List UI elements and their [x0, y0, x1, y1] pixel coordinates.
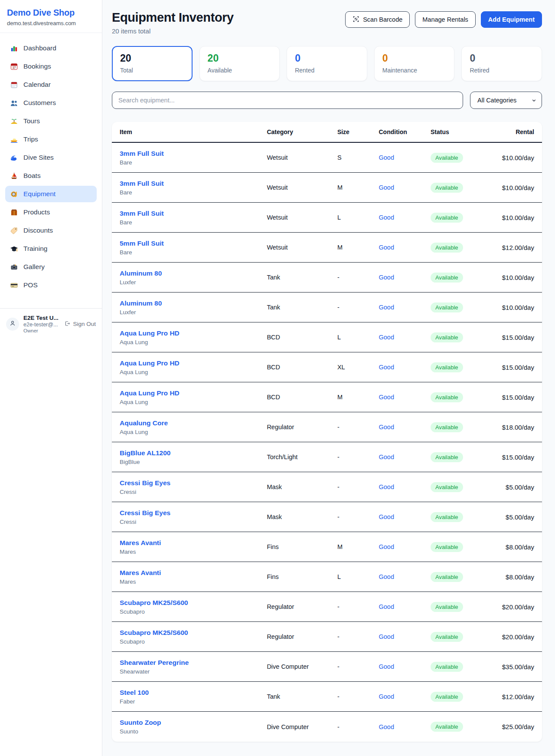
condition-link[interactable]: Good: [379, 364, 394, 371]
condition-link[interactable]: Good: [379, 513, 394, 520]
condition-link[interactable]: Good: [379, 334, 394, 341]
sidebar-item-training[interactable]: Training: [5, 240, 97, 257]
sidebar-item-customers[interactable]: Customers: [5, 95, 97, 111]
table-row: 3mm Full Suit Bare Wetsuit S Good Availa…: [112, 143, 542, 173]
table-row: Aqua Lung Pro HD Aqua Lung BCD L Good Av…: [112, 322, 542, 352]
item-name-link[interactable]: Aqualung Core: [120, 419, 267, 427]
item-name-link[interactable]: Aqua Lung Pro HD: [120, 359, 267, 367]
sidebar-item-gallery[interactable]: Gallery: [5, 259, 97, 275]
condition-link[interactable]: Good: [379, 184, 394, 191]
rental-price: $15.00/day: [489, 454, 534, 461]
sidebar-item-products[interactable]: Products: [5, 204, 97, 220]
header-actions: Scan Barcode Manage Rentals Add Equipmen…: [345, 11, 542, 28]
item-name-link[interactable]: Cressi Big Eyes: [120, 509, 267, 517]
item-name-link[interactable]: Mares Avanti: [120, 539, 267, 547]
sidebar-item-calendar[interactable]: Calendar: [5, 76, 97, 93]
size-cell: -: [337, 603, 379, 610]
status-badge: Available: [431, 302, 463, 312]
sidebar-item-label: Products: [23, 208, 50, 216]
stat-card-retired[interactable]: 0Retired: [461, 46, 542, 81]
item-name-link[interactable]: Scubapro MK25/S600: [120, 629, 267, 637]
category-cell: Regulator: [267, 633, 337, 640]
condition-link[interactable]: Good: [379, 663, 394, 670]
stat-card-available[interactable]: 20Available: [199, 46, 280, 81]
sidebar-user-section: E2E Test U... e2e-tester@... Owner Sign …: [0, 308, 102, 339]
condition-link[interactable]: Good: [379, 454, 394, 460]
status-badge: Available: [431, 482, 463, 492]
item-name-link[interactable]: Cressi Big Eyes: [120, 479, 267, 487]
sidebar-item-label: Trips: [23, 135, 38, 143]
condition-link[interactable]: Good: [379, 573, 394, 580]
item-name-link[interactable]: Aluminum 80: [120, 299, 267, 307]
category-select-wrap: All Categories: [470, 92, 542, 109]
item-name-link[interactable]: 5mm Full Suit: [120, 240, 267, 247]
condition-link[interactable]: Good: [379, 543, 394, 550]
item-name-link[interactable]: 3mm Full Suit: [120, 150, 267, 158]
filters-bar: All Categories: [112, 92, 542, 109]
sidebar-item-trips[interactable]: Trips: [5, 131, 97, 148]
condition-link[interactable]: Good: [379, 693, 394, 700]
sidebar-item-dashboard[interactable]: Dashboard: [5, 40, 97, 56]
condition-link[interactable]: Good: [379, 274, 394, 281]
category-select[interactable]: All Categories: [470, 92, 542, 109]
condition-link[interactable]: Good: [379, 633, 394, 640]
add-equipment-button[interactable]: Add Equipment: [481, 11, 542, 28]
table-row: Scubapro MK25/S600 Scubapro Regulator - …: [112, 622, 542, 652]
item-name-link[interactable]: Steel 100: [120, 689, 267, 697]
brand-name[interactable]: Demo Dive Shop: [7, 8, 95, 18]
sidebar-item-equipment[interactable]: Equipment: [5, 186, 97, 202]
condition-link[interactable]: Good: [379, 244, 394, 251]
condition-link[interactable]: Good: [379, 214, 394, 221]
condition-link[interactable]: Good: [379, 154, 394, 161]
sidebar-item-discounts[interactable]: Discounts: [5, 222, 97, 239]
item-name-link[interactable]: Aqua Lung Pro HD: [120, 389, 267, 397]
stat-card-rented[interactable]: 0Rented: [287, 46, 367, 81]
item-brand: Scubapro: [120, 608, 267, 615]
item-brand: Mares: [120, 549, 267, 555]
item-name-link[interactable]: 3mm Full Suit: [120, 180, 267, 187]
sidebar-item-pos[interactable]: POS: [5, 277, 97, 293]
item-brand: Bare: [120, 189, 267, 196]
rental-price: $5.00/day: [489, 483, 534, 491]
condition-link[interactable]: Good: [379, 304, 394, 311]
condition-link[interactable]: Good: [379, 394, 394, 401]
brand: Demo Dive Shop demo.test.divestreams.com: [0, 0, 102, 33]
stat-card-total[interactable]: 20Total: [112, 46, 193, 81]
search-input[interactable]: [112, 92, 463, 109]
category-cell: Tank: [267, 304, 337, 311]
sidebar-item-bookings[interactable]: 17Bookings: [5, 58, 97, 75]
condition-link[interactable]: Good: [379, 483, 394, 490]
item-cell: Aluminum 80 Luxfer: [120, 270, 267, 286]
user-name: E2E Test U...: [23, 315, 60, 321]
item-name-link[interactable]: Scubapro MK25/S600: [120, 599, 267, 607]
item-cell: Scubapro MK25/S600 Scubapro: [120, 599, 267, 615]
category-cell: Wetsuit: [267, 184, 337, 191]
scan-barcode-button[interactable]: Scan Barcode: [345, 11, 410, 28]
category-cell: BCD: [267, 394, 337, 401]
condition-link[interactable]: Good: [379, 424, 394, 431]
sidebar-item-tours[interactable]: Tours: [5, 113, 97, 129]
size-cell: M: [337, 543, 379, 550]
item-name-link[interactable]: Aluminum 80: [120, 270, 267, 277]
table-row: Shearwater Peregrine Shearwater Dive Com…: [112, 652, 542, 682]
scan-barcode-label: Scan Barcode: [363, 16, 402, 23]
item-name-link[interactable]: BigBlue AL1200: [120, 449, 267, 457]
item-name-link[interactable]: Mares Avanti: [120, 569, 267, 577]
item-name-link[interactable]: Suunto Zoop: [120, 719, 267, 726]
sidebar-item-boats[interactable]: Boats: [5, 168, 97, 184]
item-brand: Aqua Lung: [120, 429, 267, 435]
sign-out-button[interactable]: Sign Out: [64, 320, 96, 328]
sidebar-item-dive-sites[interactable]: Dive Sites: [5, 149, 97, 166]
package-icon: [10, 208, 18, 217]
table-row: Mares Avanti Mares Fins L Good Available…: [112, 562, 542, 592]
stat-card-maintenance[interactable]: 0Maintenance: [374, 46, 455, 81]
condition-link[interactable]: Good: [379, 723, 394, 730]
item-name-link[interactable]: Aqua Lung Pro HD: [120, 329, 267, 337]
table-row: Aqualung Core Aqua Lung Regulator - Good…: [112, 412, 542, 442]
condition-link[interactable]: Good: [379, 603, 394, 610]
manage-rentals-button[interactable]: Manage Rentals: [415, 11, 476, 28]
column-header-rental: Rental: [489, 122, 534, 142]
item-name-link[interactable]: Shearwater Peregrine: [120, 659, 267, 667]
sidebar-item-label: Dashboard: [23, 44, 56, 52]
item-name-link[interactable]: 3mm Full Suit: [120, 210, 267, 217]
